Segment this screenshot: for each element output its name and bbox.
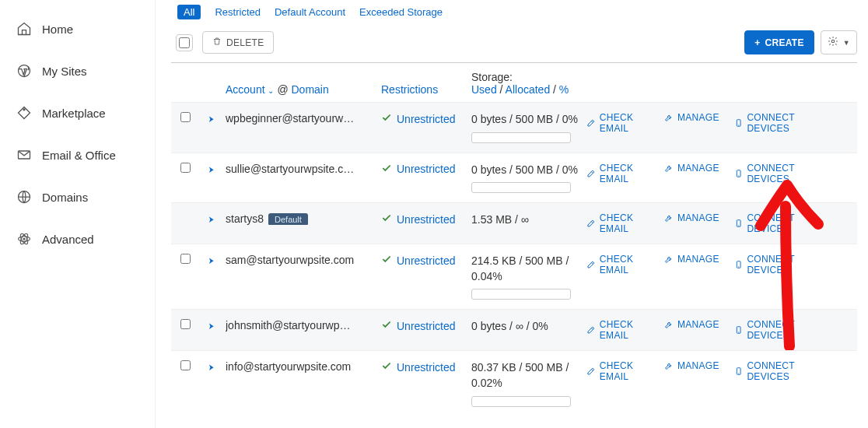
sidebar-item-email[interactable]: Email & Office [0, 134, 155, 176]
sidebar-item-home[interactable]: Home [0, 8, 155, 50]
connect-devices-action-label: CONNECT DEVICES [747, 319, 835, 341]
settings-button[interactable]: ▼ [821, 30, 857, 54]
manage-action-label: MANAGE [677, 212, 719, 223]
account-email: sam@startyourwpsite.com [226, 254, 381, 266]
select-all-checkbox[interactable] [176, 34, 193, 51]
row-checkbox[interactable] [180, 112, 191, 122]
row-checkbox[interactable] [180, 254, 191, 264]
expand-chevron-icon[interactable]: ➤ [208, 163, 214, 175]
account-email: startys8Default [226, 212, 381, 225]
storage-bar [471, 289, 571, 300]
check-email-action[interactable]: CHECK EMAIL [586, 212, 664, 234]
col-storage-used[interactable]: Used [471, 83, 497, 96]
storage-cell: 214.5 KB / 500 MB / 0.04% [471, 254, 586, 300]
create-button[interactable]: + CREATE [744, 30, 814, 54]
restriction-cell: Unrestricted [381, 112, 471, 125]
expand-chevron-icon[interactable]: ➤ [208, 360, 214, 373]
manage-action[interactable]: MANAGE [664, 254, 719, 265]
restriction-value[interactable]: Unrestricted [397, 361, 455, 374]
connect-devices-action[interactable]: CONNECT DEVICES [734, 212, 835, 234]
storage-bar [471, 132, 571, 143]
connect-devices-action-label: CONNECT DEVICES [747, 254, 835, 275]
check-email-action[interactable]: CHECK EMAIL [586, 360, 664, 382]
check-email-action-label: CHECK EMAIL [600, 319, 664, 341]
restriction-value[interactable]: Unrestricted [397, 254, 455, 267]
delete-button[interactable]: DELETE [202, 31, 274, 54]
storage-cell: 80.37 KB / 500 MB / 0.02% [471, 360, 586, 406]
restriction-value[interactable]: Unrestricted [397, 320, 455, 332]
filter-exceeded-storage[interactable]: Exceeded Storage [359, 6, 443, 18]
manage-action-label: MANAGE [677, 163, 719, 174]
restriction-cell: Unrestricted [381, 254, 471, 267]
manage-action[interactable]: MANAGE [664, 212, 719, 223]
table-header: Account ⌄ @ Domain Restrictions Storage:… [171, 63, 857, 102]
manage-action[interactable]: MANAGE [664, 112, 719, 123]
expand-chevron-icon[interactable]: ➤ [208, 212, 214, 225]
check-email-action-label: CHECK EMAIL [600, 254, 664, 275]
sidebar-item-mysites[interactable]: My Sites [0, 50, 155, 92]
table-row: ➤sullie@startyourwpsite.c…Unrestricted0 … [171, 153, 857, 203]
atom-icon [16, 230, 33, 247]
sidebar-item-marketplace[interactable]: Marketplace [0, 92, 155, 134]
expand-chevron-icon[interactable]: ➤ [208, 319, 214, 332]
connect-devices-action[interactable]: CONNECT DEVICES [734, 112, 835, 134]
restriction-value[interactable]: Unrestricted [397, 113, 455, 125]
check-icon [381, 163, 392, 176]
manage-action[interactable]: MANAGE [664, 163, 719, 174]
sidebar-item-label: Marketplace [42, 107, 106, 120]
sidebar-item-label: Domains [42, 191, 88, 204]
restriction-value[interactable]: Unrestricted [397, 163, 455, 175]
connect-devices-action-label: CONNECT DEVICES [747, 212, 835, 234]
filter-all[interactable]: All [177, 5, 201, 19]
check-email-action[interactable]: CHECK EMAIL [586, 254, 664, 275]
storage-cell: 0 bytes / 500 MB / 0% [471, 112, 586, 143]
svg-point-7 [23, 238, 25, 240]
filter-default-account[interactable]: Default Account [275, 6, 345, 18]
connect-devices-action[interactable]: CONNECT DEVICES [734, 254, 835, 275]
table-row: ➤johnsmith@startyourwp…Unrestricted0 byt… [171, 309, 857, 350]
svg-point-1 [23, 109, 25, 111]
home-icon [16, 20, 33, 37]
expand-chevron-icon[interactable]: ➤ [208, 112, 214, 125]
check-email-action-label: CHECK EMAIL [600, 212, 664, 234]
connect-devices-action[interactable]: CONNECT DEVICES [734, 319, 835, 341]
check-email-action[interactable]: CHECK EMAIL [586, 112, 664, 134]
check-icon [381, 254, 392, 267]
restriction-value[interactable]: Unrestricted [397, 213, 455, 226]
wordpress-icon [16, 62, 33, 79]
manage-action-label: MANAGE [677, 112, 719, 123]
row-checkbox[interactable] [180, 163, 191, 173]
connect-devices-action[interactable]: CONNECT DEVICES [734, 360, 835, 382]
trash-icon [212, 37, 222, 48]
table-row: ➤info@startyourwpsite.comUnrestricted80.… [171, 350, 857, 416]
col-storage: Storage: Used / Allocated / % [471, 71, 586, 96]
row-checkbox[interactable] [180, 360, 191, 370]
plus-icon: + [754, 37, 760, 48]
account-email: johnsmith@startyourwp… [226, 319, 381, 332]
check-email-action[interactable]: CHECK EMAIL [586, 319, 664, 341]
col-restrictions[interactable]: Restrictions [381, 83, 471, 96]
col-account[interactable]: Account ⌄ @ Domain [226, 83, 381, 96]
filter-tabs: All Restricted Default Account Exceeded … [171, 0, 857, 27]
col-storage-percent[interactable]: % [559, 83, 569, 96]
connect-devices-action-label: CONNECT DEVICES [747, 163, 835, 184]
sidebar: Home My Sites Marketplace Email & Office… [0, 0, 156, 428]
storage-bar [471, 182, 571, 193]
manage-action[interactable]: MANAGE [664, 319, 719, 330]
tag-icon [16, 104, 33, 121]
row-checkbox[interactable] [180, 319, 191, 329]
storage-bar [471, 396, 571, 407]
manage-action[interactable]: MANAGE [664, 360, 719, 371]
sidebar-item-advanced[interactable]: Advanced [0, 218, 155, 260]
connect-devices-action[interactable]: CONNECT DEVICES [734, 163, 835, 184]
expand-chevron-icon[interactable]: ➤ [208, 254, 214, 266]
restriction-cell: Unrestricted [381, 212, 471, 226]
svg-point-0 [19, 65, 30, 77]
check-email-action[interactable]: CHECK EMAIL [586, 163, 664, 184]
sidebar-item-domains[interactable]: Domains [0, 176, 155, 218]
check-icon [381, 360, 392, 374]
manage-action-label: MANAGE [677, 254, 719, 265]
sort-caret-icon: ⌄ [268, 86, 274, 95]
col-storage-allocated[interactable]: Allocated [506, 83, 551, 96]
filter-restricted[interactable]: Restricted [215, 6, 261, 18]
